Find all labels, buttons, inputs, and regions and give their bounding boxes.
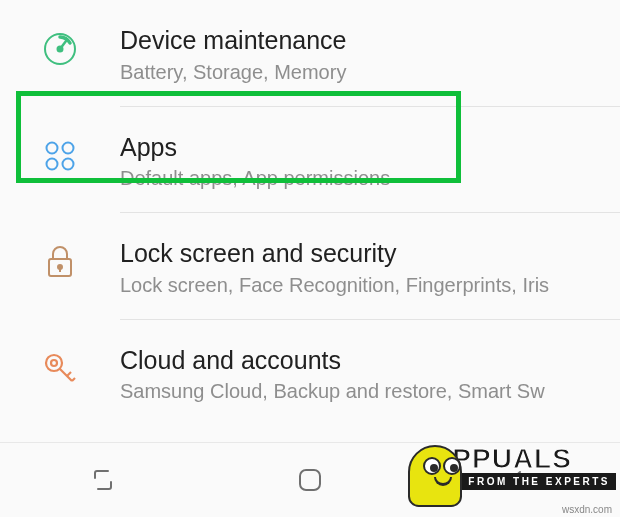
item-subtitle: Battery, Storage, Memory [120,59,600,85]
item-subtitle: Lock screen, Face Recognition, Fingerpri… [120,272,600,298]
item-title: Lock screen and security [120,237,600,270]
lock-icon [0,237,120,282]
svg-point-2 [58,47,63,52]
svg-rect-15 [300,470,320,490]
item-subtitle: Default apps, App permissions [120,165,600,191]
settings-item-lock-screen-security[interactable]: Lock screen and security Lock screen, Fa… [0,213,620,320]
item-title: Apps [120,131,600,164]
svg-point-3 [47,142,58,153]
svg-point-5 [47,158,58,169]
home-button[interactable] [207,443,414,517]
key-icon [0,344,120,389]
watermark-logo: PPUALS FROM THE EXPERTS [400,429,616,507]
svg-point-4 [63,142,74,153]
settings-item-cloud-accounts[interactable]: Cloud and accounts Samsung Cloud, Backup… [0,320,620,427]
watermark-brand: PPUALS [452,446,616,471]
settings-item-device-maintenance[interactable]: Device maintenance Battery, Storage, Mem… [0,0,620,107]
watermark-tagline: FROM THE EXPERTS [452,473,616,490]
gauge-icon [0,24,120,69]
item-title: Device maintenance [120,24,600,57]
settings-list: Device maintenance Battery, Storage, Mem… [0,0,620,426]
mascot-icon [400,429,470,507]
source-label: wsxdn.com [562,504,612,515]
svg-line-13 [67,372,71,376]
item-title: Cloud and accounts [120,344,600,377]
grid-icon [0,131,120,176]
svg-point-11 [51,360,57,366]
item-subtitle: Samsung Cloud, Backup and restore, Smart… [120,378,600,404]
svg-line-14 [72,378,75,381]
svg-point-6 [63,158,74,169]
recents-button[interactable] [0,443,207,517]
svg-line-12 [60,368,73,381]
svg-point-8 [58,265,62,269]
settings-item-apps[interactable]: Apps Default apps, App permissions [0,107,620,214]
